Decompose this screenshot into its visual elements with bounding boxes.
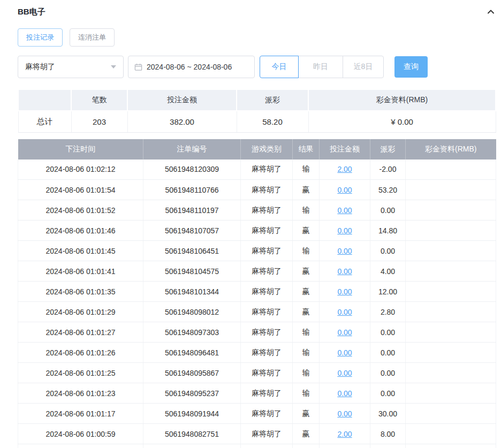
- cell-bonus: [406, 363, 496, 383]
- cell-result: 赢: [293, 221, 320, 241]
- cell-payout: 0.00: [370, 200, 406, 221]
- cell-bet-amount: 0.00: [320, 383, 370, 404]
- cell-payout: 30.00: [370, 404, 406, 424]
- table-row: 2024-08-06 01:01:175061948091944麻将胡了赢0.0…: [18, 404, 496, 424]
- cell-bet-time: 2024-08-06 01:00:59: [18, 424, 143, 444]
- tab-betting-records[interactable]: 投注记录: [18, 28, 63, 47]
- cell-bonus: [406, 383, 496, 404]
- records-column-header: 派彩: [370, 139, 406, 160]
- cell-result: 赢: [293, 302, 320, 322]
- cell-result: 赢: [293, 282, 320, 302]
- collapse-chevron-up-icon[interactable]: [485, 6, 496, 17]
- cell-result: 赢: [293, 261, 320, 282]
- cell-bet-time: 2024-08-06 01:01:45: [18, 241, 143, 261]
- bet-amount-link[interactable]: 0.00: [337, 328, 352, 337]
- bet-amount-link[interactable]: 2.00: [337, 430, 352, 438]
- bet-amount-link[interactable]: 0.00: [337, 409, 352, 418]
- cell-bonus: [406, 444, 496, 448]
- cell-bet-amount: 0.00: [320, 200, 370, 221]
- summary-header-payout: 派彩: [237, 89, 308, 111]
- cell-bet-time: 2024-08-06 01:00:44: [18, 444, 143, 448]
- cell-order-number: 5061948095237: [143, 383, 241, 404]
- table-row: 2024-08-06 01:01:355061948101344麻将胡了赢0.0…: [18, 282, 496, 302]
- records-table-body: 2024-08-06 01:02:125061948120309麻将胡了输2.0…: [18, 160, 496, 448]
- cell-game-type: 麻将胡了: [241, 424, 293, 444]
- bet-amount-link[interactable]: 0.00: [337, 308, 352, 316]
- date-range-input[interactable]: 2024-08-06 ~ 2024-08-06: [128, 56, 255, 78]
- cell-result: 赢: [293, 404, 320, 424]
- bet-amount-link[interactable]: 0.00: [337, 348, 352, 357]
- cell-bonus: [406, 200, 496, 221]
- cell-bet-amount: 0.00: [320, 343, 370, 363]
- cell-bet-time: 2024-08-06 01:01:17: [18, 404, 143, 424]
- cell-order-number: 5061948098012: [143, 302, 241, 322]
- filter-bar: 麻将胡了 2024-08-06 ~ 2024-08-06 今日 昨日 近8日 查…: [18, 56, 496, 78]
- summary-header-row: 笔数 投注金额 派彩 彩金资料(RMB): [18, 89, 496, 111]
- cell-result: 输: [293, 200, 320, 221]
- last-8-days-button[interactable]: 近8日: [343, 56, 384, 78]
- cell-game-type: 麻将胡了: [241, 261, 293, 282]
- cell-order-number: 5061948107057: [143, 221, 241, 241]
- today-button[interactable]: 今日: [260, 56, 299, 78]
- cell-bonus: [406, 221, 496, 241]
- cell-bet-amount: 0.00: [320, 444, 370, 448]
- panel-header: BB电子: [18, 5, 496, 17]
- bet-amount-link[interactable]: 0.00: [337, 389, 352, 398]
- cell-bet-amount: 0.00: [320, 302, 370, 322]
- cell-bonus: [406, 261, 496, 282]
- quick-date-button-group: 今日 昨日 近8日: [260, 56, 384, 78]
- cell-order-number: 5061948104575: [143, 261, 241, 282]
- table-row: 2024-08-06 01:01:465061948107057麻将胡了赢0.0…: [18, 221, 496, 241]
- cell-bet-amount: 2.00: [320, 424, 370, 444]
- bet-amount-link[interactable]: 0.00: [337, 206, 352, 215]
- cell-game-type: 麻将胡了: [241, 180, 293, 200]
- cell-game-type: 麻将胡了: [241, 363, 293, 383]
- summary-table: 笔数 投注金额 派彩 彩金资料(RMB) 总计 203 382.00 58.20…: [18, 89, 496, 133]
- cell-game-type: 麻将胡了: [241, 160, 293, 180]
- summary-header-blank: [18, 89, 71, 111]
- game-select[interactable]: 麻将胡了: [18, 56, 124, 78]
- table-row: 2024-08-06 01:02:125061948120309麻将胡了输2.0…: [18, 160, 496, 180]
- bet-amount-link[interactable]: 0.00: [337, 226, 352, 235]
- cell-bet-amount: 0.00: [320, 221, 370, 241]
- cell-bonus: [406, 322, 496, 343]
- bet-amount-link[interactable]: 2.00: [337, 165, 352, 173]
- query-button[interactable]: 查询: [394, 56, 428, 78]
- table-row: 2024-08-06 01:01:255061948095867麻将胡了输0.0…: [18, 363, 496, 383]
- bet-amount-link[interactable]: 0.00: [337, 287, 352, 296]
- cell-bet-amount: 0.00: [320, 363, 370, 383]
- cell-bonus: [406, 424, 496, 444]
- cell-game-type: 麻将胡了: [241, 282, 293, 302]
- cell-bonus: [406, 241, 496, 261]
- chevron-down-icon: [111, 65, 116, 69]
- bet-amount-link[interactable]: 0.00: [337, 267, 352, 276]
- cell-order-number: 5061948096481: [143, 343, 241, 363]
- cell-bet-time: 2024-08-06 01:01:52: [18, 200, 143, 221]
- cell-bet-amount: 0.00: [320, 180, 370, 200]
- bet-amount-link[interactable]: 0.00: [337, 247, 352, 255]
- bet-amount-link[interactable]: 0.00: [337, 369, 352, 377]
- table-row: 2024-08-06 01:01:265061948096481麻将胡了输0.0…: [18, 343, 496, 363]
- cell-bonus: [406, 302, 496, 322]
- cell-game-type: 麻将胡了: [241, 221, 293, 241]
- cell-result: 输: [293, 343, 320, 363]
- cell-payout: 0.00: [370, 241, 406, 261]
- bet-amount-link[interactable]: 0.00: [337, 186, 352, 194]
- cell-payout: 0.00: [370, 322, 406, 343]
- cell-payout: 8.00: [370, 424, 406, 444]
- table-row: 2024-08-06 01:00:445061947589134麻将胡了赢0.0…: [18, 444, 496, 448]
- cell-bonus: [406, 160, 496, 180]
- cell-game-type: 麻将胡了: [241, 322, 293, 343]
- bb-games-panel: BB电子 投注记录 连消注单 麻将胡了 2024-08-06 ~ 20: [0, 0, 501, 448]
- yesterday-button[interactable]: 昨日: [298, 56, 343, 78]
- cell-game-type: 麻将胡了: [241, 200, 293, 221]
- cell-bet-time: 2024-08-06 01:01:41: [18, 261, 143, 282]
- cell-bet-time: 2024-08-06 01:02:12: [18, 160, 143, 180]
- cell-bet-time: 2024-08-06 01:01:26: [18, 343, 143, 363]
- cell-payout: 0.00: [370, 343, 406, 363]
- tab-cancelled-orders[interactable]: 连消注单: [70, 28, 115, 47]
- cell-order-number: 5061948106451: [143, 241, 241, 261]
- cell-bet-time: 2024-08-06 01:01:29: [18, 302, 143, 322]
- cell-result: 输: [293, 322, 320, 343]
- calendar-icon: [134, 63, 142, 71]
